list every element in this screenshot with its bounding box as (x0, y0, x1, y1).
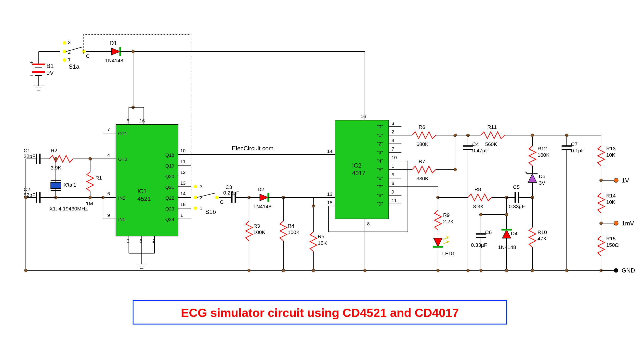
svg-text:100K: 100K (254, 229, 266, 235)
svg-text:C7: C7 (571, 141, 578, 147)
svg-text:2: 2 (200, 194, 203, 200)
res-r6: R6 680K (401, 124, 455, 147)
svg-text:2.2K: 2.2K (443, 218, 454, 224)
svg-text:1N4148: 1N4148 (105, 58, 124, 63)
res-r8: R8 3.3K (468, 186, 507, 209)
svg-text:7: 7 (108, 127, 110, 132)
svg-text:"5": "5" (377, 167, 383, 172)
svg-text:R6: R6 (418, 124, 425, 130)
svg-text:47K: 47K (538, 236, 546, 241)
svg-text:1: 1 (180, 213, 183, 218)
svg-text:3.3K: 3.3K (473, 204, 484, 209)
svg-text:100K: 100K (538, 152, 550, 158)
svg-point-155 (248, 269, 250, 272)
svg-text:11: 11 (180, 159, 186, 164)
svg-text:R10: R10 (538, 229, 547, 235)
svg-text:R15: R15 (606, 236, 616, 241)
svg-text:100K: 100K (288, 229, 300, 235)
svg-text:0.22µF: 0.22µF (223, 190, 240, 196)
svg-text:7: 7 (392, 146, 394, 152)
svg-point-274 (614, 178, 618, 182)
svg-point-335 (480, 213, 482, 216)
svg-text:"6": "6" (377, 176, 383, 181)
svg-text:R3: R3 (254, 223, 260, 228)
svg-text:330K: 330K (416, 176, 428, 181)
svg-text:5: 5 (126, 118, 129, 124)
svg-point-300 (436, 269, 440, 272)
svg-text:4: 4 (108, 152, 110, 158)
svg-point-235 (466, 269, 469, 272)
svg-text:Q24: Q24 (165, 217, 174, 222)
svg-text:5: 5 (392, 172, 394, 177)
svg-text:ECG simulator circuit using CD: ECG simulator circuit using CD4521 and C… (181, 306, 459, 319)
cap-c1: C1 22pF (24, 148, 49, 164)
svg-text:IN1: IN1 (118, 217, 125, 222)
svg-text:X1: 4.19430MHz: X1: 4.19430MHz (49, 206, 88, 212)
svg-rect-105 (51, 182, 61, 188)
svg-text:R11: R11 (487, 124, 497, 130)
res-r14: R14 10K (598, 180, 616, 223)
svg-point-160 (282, 269, 285, 272)
svg-text:3: 3 (68, 40, 71, 45)
svg-text:Q22: Q22 (165, 196, 174, 201)
diode-d1: D1 1N4148 (103, 40, 133, 63)
svg-point-281 (614, 268, 618, 273)
svg-text:3: 3 (200, 184, 203, 189)
svg-text:S1b: S1b (205, 208, 216, 215)
svg-text:3: 3 (392, 121, 394, 126)
svg-text:14: 14 (180, 191, 186, 196)
svg-text:IN2: IN2 (118, 196, 125, 201)
svg-text:0.47µF: 0.47µF (472, 148, 488, 153)
svg-text:LED1: LED1 (442, 251, 455, 256)
svg-text:6: 6 (108, 191, 110, 196)
svg-point-324 (480, 269, 482, 272)
svg-text:4521: 4521 (138, 196, 151, 202)
svg-text:15: 15 (327, 200, 332, 205)
svg-text:8: 8 (367, 221, 370, 226)
svg-point-125 (24, 269, 27, 272)
svg-text:3: 3 (126, 238, 129, 244)
svg-text:0.33µF: 0.33µF (471, 242, 487, 248)
res-r4: R4 100K (280, 198, 300, 272)
svg-point-103 (54, 157, 57, 160)
svg-marker-326 (502, 230, 511, 238)
svg-text:B1: B1 (46, 62, 54, 69)
svg-text:560K: 560K (485, 141, 497, 147)
svg-text:"9": "9" (377, 202, 383, 206)
switch-s1b: 3 2 1 C S1b (194, 184, 224, 215)
svg-text:Q19: Q19 (165, 163, 174, 168)
svg-point-280 (600, 222, 602, 225)
svg-text:13: 13 (180, 180, 186, 186)
output-1mv: 1mV (600, 220, 634, 227)
svg-text:11: 11 (392, 198, 397, 203)
title-box: ECG simulator circuit using CD4521 and C… (133, 300, 507, 324)
svg-point-227 (454, 168, 456, 171)
svg-text:10: 10 (180, 148, 186, 153)
svg-text:9V: 9V (46, 70, 54, 76)
svg-text:C4: C4 (472, 141, 479, 147)
svg-point-210 (363, 269, 366, 272)
svg-text:R1: R1 (96, 175, 102, 180)
res-r10: R10 47K (529, 214, 547, 272)
svg-point-131 (194, 206, 197, 210)
svg-marker-245 (528, 174, 537, 182)
svg-point-16 (63, 50, 66, 53)
svg-text:OT1: OT1 (118, 131, 127, 136)
svg-text:9: 9 (392, 189, 394, 194)
res-r13: R13 10K (598, 135, 616, 180)
svg-point-134 (215, 196, 218, 199)
svg-text:D4: D4 (511, 230, 518, 236)
svg-point-35 (132, 50, 134, 53)
svg-text:1mV: 1mV (622, 220, 634, 227)
svg-text:R13: R13 (606, 146, 616, 151)
svg-text:Q18: Q18 (165, 152, 174, 158)
res-r15: R15 150Ω (598, 223, 619, 272)
svg-text:16: 16 (140, 118, 145, 124)
svg-text:C5: C5 (513, 184, 520, 190)
zener-d5: D5 3V (526, 172, 546, 198)
svg-text:14: 14 (327, 149, 333, 154)
svg-text:1V: 1V (622, 177, 629, 184)
diode-d2: D2 1N4148 (249, 186, 283, 209)
svg-text:"4": "4" (377, 158, 383, 164)
svg-point-165 (312, 269, 315, 272)
